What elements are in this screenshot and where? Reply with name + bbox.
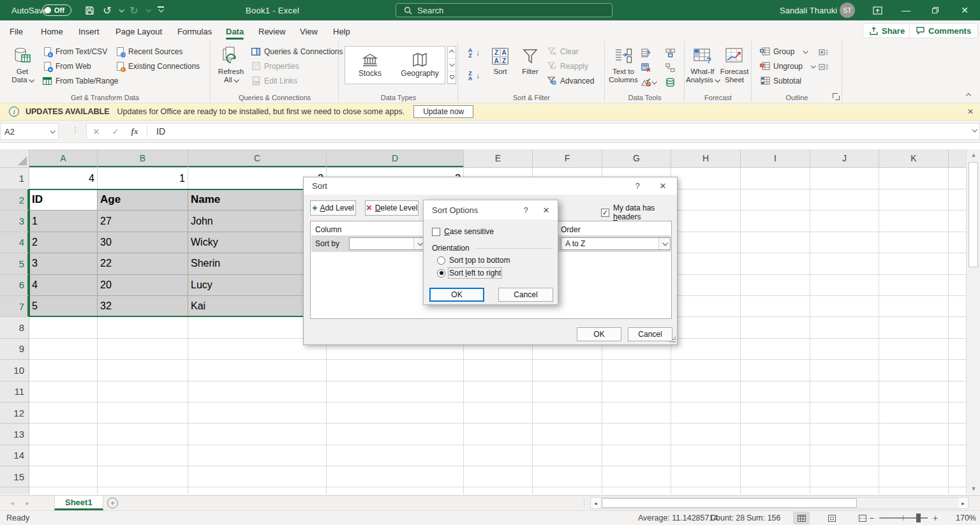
relationships-button[interactable] [665,61,675,75]
cell-B10[interactable] [98,360,188,381]
cell-I12[interactable] [741,403,810,424]
manage-data-model-button[interactable] [665,75,675,89]
row-header-5[interactable]: 5 [0,253,29,274]
cell-D11[interactable] [327,381,464,403]
sort-left-to-right-option[interactable]: Sort left to right [437,269,501,277]
status-count[interactable]: Count: 28 [710,511,745,525]
cell-I5[interactable] [741,253,810,274]
cell-I8[interactable] [741,317,810,338]
cell-C12[interactable] [188,403,327,424]
ribbon-display-options-button[interactable] [866,0,888,20]
column-header-C[interactable]: C [188,149,327,168]
row-header-14[interactable]: 14 [0,445,29,466]
delete-level-button[interactable]: ✕ Delete Level [365,200,419,216]
sort-cancel-button[interactable]: Cancel [628,327,672,341]
flash-fill-button[interactable] [641,46,651,60]
search-input[interactable]: Search [396,3,612,17]
user-name[interactable]: Sandali Tharuki [780,0,837,20]
cell-E12[interactable] [464,403,533,424]
row-header-9[interactable]: 9 [0,339,29,360]
cell-J3[interactable] [810,211,879,232]
cell-E15[interactable] [464,466,533,487]
formula-input[interactable]: ID [150,126,979,137]
column-header-G[interactable]: G [602,149,671,168]
cell-C15[interactable] [188,466,327,487]
cell-A7[interactable]: 5 [29,296,98,317]
cell-F11[interactable] [533,381,602,403]
name-box[interactable]: A2 [0,123,59,140]
column-header-H[interactable]: H [671,149,741,168]
row-header-12[interactable]: 12 [0,403,29,424]
cell-K9[interactable] [879,339,949,360]
cell-K14[interactable] [879,445,949,466]
tab-help[interactable]: Help [333,20,350,41]
cell-E13[interactable] [464,424,533,445]
cell-J15[interactable] [810,466,879,487]
cell-J5[interactable] [810,253,879,274]
page-layout-view-button[interactable] [824,512,840,524]
cell-H8[interactable] [671,317,741,338]
row-header-11[interactable]: 11 [0,381,29,403]
cell-F13[interactable] [533,424,602,445]
cell-C10[interactable] [188,360,327,381]
row-header-15[interactable]: 15 [0,466,29,487]
minimize-button[interactable]: — [895,0,917,20]
cell-A4[interactable]: 2 [29,232,98,253]
sort-dialog-close-button[interactable]: ✕ [650,177,676,195]
cell-J7[interactable] [810,296,879,317]
cell-B7[interactable]: 32 [98,296,188,317]
cell-C16[interactable] [188,487,327,494]
column-header-E[interactable]: E [464,149,533,168]
case-sensitive-option[interactable]: Case sensitive [432,227,494,236]
cell-H13[interactable] [671,424,741,445]
notification-close-icon[interactable]: ✕ [967,107,974,116]
cell-K13[interactable] [879,424,949,445]
geography-button[interactable]: Geography [395,47,445,84]
my-data-has-headers[interactable]: ✓ My data has headers [601,203,677,221]
cancel-entry-button[interactable]: ✕ [87,127,106,137]
cell-G11[interactable] [602,381,671,403]
scroll-down-icon[interactable]: ▼ [967,483,980,494]
row-header-13[interactable]: 13 [0,424,29,445]
sort-dialog-titlebar[interactable]: Sort [304,177,677,195]
sort-top-to-bottom-option[interactable]: Sort top to bottom [437,256,510,265]
cell-I11[interactable] [741,381,810,403]
cell-H14[interactable] [671,445,741,466]
queries-connections-button[interactable]: Queries & Connections [251,45,343,58]
cell-G12[interactable] [602,403,671,424]
cell-K3[interactable] [879,211,949,232]
next-sheet-icon[interactable]: ▸ [20,496,34,510]
cell-K8[interactable] [879,317,949,338]
cell-C11[interactable] [188,381,327,403]
cell-K11[interactable] [879,381,949,403]
cell-I7[interactable] [741,296,810,317]
refresh-all-button[interactable]: Refresh All [212,43,249,91]
row-header-1[interactable]: 1 [0,168,29,189]
cell-H7[interactable] [671,296,741,317]
status-sum[interactable]: Sum: 156 [746,511,781,525]
data-validation-button[interactable] [641,75,656,89]
forecast-sheet-button[interactable]: Forecast Sheet [718,43,750,91]
cell-K5[interactable] [879,253,949,274]
horizontal-scrollbar[interactable]: ◂ ▸ [590,497,969,509]
undo-button[interactable]: ↺ [100,0,115,20]
vertical-scrollbar[interactable]: ▲ ▼ [966,149,980,494]
previous-sheet-icon[interactable]: ◂ [5,496,19,510]
cell-I1[interactable] [741,168,810,189]
customize-quick-access-button[interactable] [153,0,168,20]
zoom-slider-thumb[interactable] [916,514,921,522]
zoom-slider[interactable] [879,517,928,519]
cell-K6[interactable] [879,275,949,296]
status-average[interactable]: Average: 11.14285714 [638,511,718,525]
cell-H5[interactable] [671,253,741,274]
name-box-resizer[interactable]: ⋮ [71,126,79,135]
cell-F16[interactable] [533,487,602,494]
cell-G14[interactable] [602,445,671,466]
cell-A5[interactable]: 3 [29,253,98,274]
gallery-up-button[interactable] [448,47,456,59]
cell-I2[interactable] [741,189,810,211]
gallery-down-button[interactable] [448,59,456,71]
subtotal-button[interactable]: Subtotal [760,74,801,87]
cell-K10[interactable] [879,360,949,381]
column-header-D[interactable]: D [327,149,464,168]
